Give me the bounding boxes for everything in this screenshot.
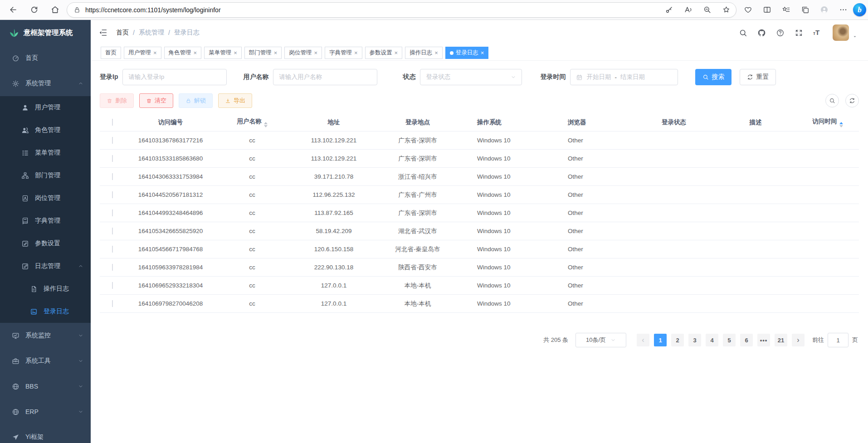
tab-close-icon[interactable]: × [481, 50, 484, 56]
goto-page-input[interactable] [828, 333, 848, 347]
page-button-5[interactable]: 5 [723, 334, 736, 346]
avatar-caret-icon[interactable] [853, 34, 857, 39]
split-screen-icon[interactable] [763, 5, 771, 14]
bing-caret-icon[interactable] [859, 13, 863, 17]
tab-menu-management[interactable]: 菜单管理× [204, 47, 242, 59]
sort-user-control[interactable] [264, 122, 268, 127]
zoom-out-icon[interactable] [703, 5, 712, 14]
sidebar-collapse-icon[interactable] [98, 28, 108, 38]
sidebar-item-login-log[interactable]: 登录日志 [0, 300, 91, 323]
delete-button[interactable]: 删除 [100, 93, 134, 108]
page-button-6[interactable]: 6 [740, 334, 753, 346]
page-size-select[interactable]: 10条/页 [575, 333, 626, 347]
search-icon[interactable] [739, 29, 747, 37]
date-range-input[interactable]: 开始日期 - 结束日期 [570, 69, 678, 85]
profile-icon[interactable] [820, 5, 829, 14]
tab-role-management[interactable]: 角色管理× [164, 47, 202, 59]
sidebar-item-home[interactable]: 首页 [0, 45, 91, 71]
sidebar-item-param-settings[interactable]: 参数设置 [0, 232, 91, 255]
row-checkbox[interactable] [112, 137, 113, 144]
back-icon[interactable] [9, 5, 18, 14]
settings-dots-icon[interactable] [839, 5, 848, 14]
sidebar-item-bbs[interactable]: BBS [0, 374, 91, 399]
row-checkbox[interactable] [112, 209, 113, 216]
row-checkbox[interactable] [112, 264, 113, 271]
row-checkbox[interactable] [112, 191, 113, 198]
sidebar-item-erp[interactable]: ERP [0, 399, 91, 424]
refresh-icon[interactable] [30, 5, 39, 14]
row-checkbox[interactable] [112, 173, 113, 180]
status-select[interactable]: 登录状态 [420, 69, 522, 85]
github-icon[interactable] [757, 29, 766, 37]
login-ip-input[interactable]: 请输入登录Ip [122, 69, 227, 85]
tab-close-icon[interactable]: × [434, 50, 438, 56]
unlock-button[interactable]: 解锁 [179, 93, 213, 108]
sidebar-item-dict-management[interactable]: 字典管理 [0, 209, 91, 232]
row-checkbox[interactable] [112, 282, 113, 289]
sidebar-item-post-management[interactable]: 岗位管理 [0, 187, 91, 209]
tab-post-management[interactable]: 岗位管理× [284, 47, 322, 59]
tab-close-icon[interactable]: × [354, 50, 358, 56]
tab-close-icon[interactable]: × [194, 50, 197, 56]
key-icon[interactable] [665, 5, 673, 14]
sidebar-item-menu-management[interactable]: 菜单管理 [0, 141, 91, 164]
sidebar-item-system-monitor[interactable]: 系统监控 [0, 323, 91, 348]
address-bar[interactable]: https://ccnetcore.com:1101/system/log/lo… [67, 2, 736, 18]
sidebar-item-role-management[interactable]: 角色管理 [0, 119, 91, 141]
page-button-21[interactable]: 21 [775, 334, 787, 346]
sidebar-item-log-management[interactable]: 日志管理 [0, 255, 91, 277]
refresh-ccw-button[interactable] [845, 94, 859, 107]
clear-button[interactable]: 清空 [139, 93, 173, 108]
row-checkbox[interactable] [112, 228, 113, 234]
page-button-2[interactable]: 2 [671, 334, 684, 346]
read-aloud-icon[interactable] [684, 5, 692, 14]
sidebar-item-yi-framework[interactable]: Yi框架 [0, 424, 91, 443]
page-button-4[interactable]: 4 [706, 334, 718, 346]
app-logo[interactable]: 意框架管理系统 [0, 20, 91, 45]
tab-login-log[interactable]: 登录日志× [445, 47, 489, 59]
select-all-checkbox[interactable] [112, 119, 113, 126]
help-icon[interactable] [776, 29, 785, 37]
url-text[interactable]: https://ccnetcore.com:1101/system/log/lo… [85, 6, 659, 14]
username-input[interactable]: 请输入用户名称 [273, 69, 377, 85]
tab-dict-management[interactable]: 字典管理× [325, 47, 362, 59]
collections-icon[interactable] [801, 5, 809, 14]
search-button[interactable]: 搜索 [695, 69, 731, 85]
font-size-icon[interactable]: тT [813, 29, 822, 37]
page-ellipsis[interactable]: ••• [757, 334, 770, 346]
row-checkbox[interactable] [112, 300, 113, 307]
tab-close-icon[interactable]: × [314, 50, 317, 56]
reset-button[interactable]: 重置 [740, 69, 776, 85]
sort-time-control[interactable] [839, 122, 843, 127]
sidebar-item-system-management[interactable]: 系统管理 [0, 71, 91, 96]
browser-essentials-icon[interactable] [744, 5, 752, 14]
favorites-bar-icon[interactable] [782, 5, 790, 14]
column-header-user[interactable]: 用户名称 [216, 117, 288, 127]
tab-param-settings[interactable]: 参数设置× [365, 47, 403, 59]
page-button-3[interactable]: 3 [688, 334, 701, 346]
favorite-star-icon[interactable] [722, 5, 731, 14]
tab-close-icon[interactable]: × [153, 50, 157, 56]
tab-close-icon[interactable]: × [274, 50, 278, 56]
tab-close-icon[interactable]: × [395, 50, 398, 56]
sidebar-item-user-management[interactable]: 用户管理 [0, 96, 91, 119]
column-header-time[interactable]: 访问时间 [796, 117, 859, 127]
tab-user-management[interactable]: 用户管理× [124, 47, 161, 59]
sidebar-item-operation-log[interactable]: 操作日志 [0, 277, 91, 300]
sidebar-item-dept-management[interactable]: 部门管理 [0, 164, 91, 187]
breadcrumb-system[interactable]: 系统管理 [139, 29, 164, 37]
row-checkbox[interactable] [112, 246, 113, 253]
export-button[interactable]: 导出 [218, 93, 252, 108]
breadcrumb-home[interactable]: 首页 [116, 29, 129, 37]
sidebar-item-system-tools[interactable]: 系统工具 [0, 348, 91, 374]
tab-home[interactable]: 首页 [101, 47, 121, 59]
user-avatar[interactable] [833, 24, 849, 41]
tab-close-icon[interactable]: × [234, 50, 237, 56]
home-icon[interactable] [51, 5, 59, 14]
row-checkbox[interactable] [112, 155, 113, 162]
tab-dept-management[interactable]: 部门管理× [244, 47, 282, 59]
page-button-1[interactable]: 1 [654, 334, 667, 346]
tab-operation-log[interactable]: 操作日志× [405, 47, 443, 59]
fullscreen-icon[interactable] [795, 29, 803, 37]
magnifier-button[interactable] [825, 94, 839, 107]
